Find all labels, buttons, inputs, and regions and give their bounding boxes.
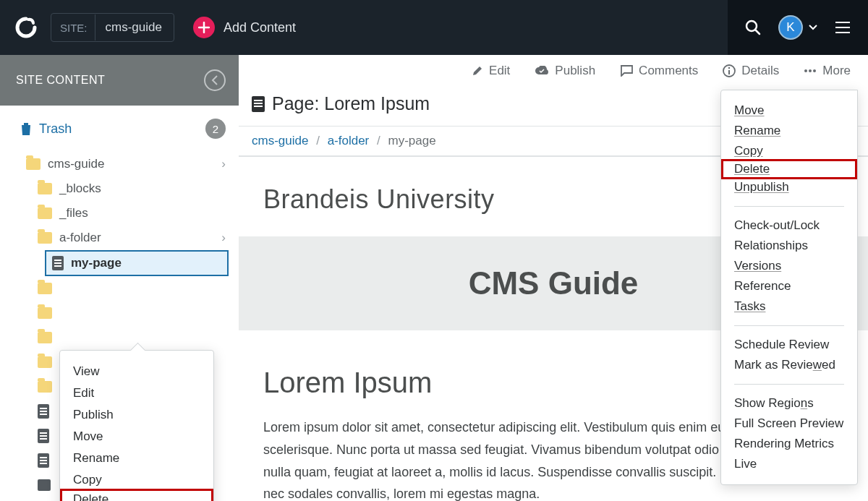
- tree-item-blocks[interactable]: _blocks: [0, 176, 239, 201]
- more-live[interactable]: Live: [721, 454, 857, 474]
- crumb-sep: /: [377, 134, 380, 147]
- context-view[interactable]: View: [60, 361, 213, 382]
- folder-icon: [38, 381, 52, 393]
- trash-label: Trash: [39, 121, 72, 137]
- svg-point-8: [804, 69, 807, 72]
- publish-action[interactable]: Publish: [535, 64, 595, 78]
- trash-icon: [20, 121, 32, 136]
- action-label: Comments: [639, 64, 698, 78]
- folder-icon: [38, 183, 52, 194]
- user-menu[interactable]: K: [778, 15, 817, 40]
- tree-item[interactable]: [0, 301, 239, 325]
- sidebar-title: SITE CONTENT: [16, 74, 105, 87]
- crumb-link[interactable]: cms-guide: [252, 134, 308, 147]
- comment-icon: [620, 65, 633, 77]
- more-fullscreen[interactable]: Full Screen Preview: [721, 414, 857, 434]
- tree-label: _blocks: [59, 181, 101, 196]
- context-copy[interactable]: Copy: [60, 469, 213, 491]
- svg-line-1: [755, 30, 760, 34]
- trash-link[interactable]: Trash 2: [0, 106, 239, 152]
- chevron-right-icon: ›: [221, 157, 226, 171]
- title-text: Lorem Ipsum: [324, 93, 430, 114]
- svg-rect-7: [728, 70, 730, 74]
- tree-label: cms-guide: [48, 157, 104, 171]
- tree-root[interactable]: cms-guide ›: [0, 152, 239, 176]
- more-action[interactable]: More: [804, 64, 851, 78]
- context-edit[interactable]: Edit: [60, 382, 213, 404]
- add-content-button[interactable]: Add Content: [193, 17, 296, 38]
- more-rename[interactable]: Rename: [721, 121, 857, 141]
- site-label: SITE:: [60, 22, 88, 34]
- more-reference[interactable]: Reference: [721, 276, 857, 296]
- tree-label: _files: [59, 206, 88, 220]
- more-metrics[interactable]: Rendering Metrics: [721, 434, 857, 454]
- more-copy[interactable]: Copy: [721, 141, 857, 161]
- tree-label: my-page: [71, 256, 122, 270]
- action-label: Publish: [555, 64, 595, 78]
- edit-action[interactable]: Edit: [472, 64, 510, 78]
- page-icon: [38, 453, 49, 468]
- plus-icon: [193, 17, 215, 38]
- folder-icon: [38, 232, 52, 244]
- crumb-link[interactable]: a-folder: [328, 134, 370, 147]
- sidebar-header: SITE CONTENT: [0, 55, 239, 106]
- svg-point-10: [813, 69, 816, 72]
- pencil-icon: [472, 65, 483, 77]
- more-schedule[interactable]: Schedule Review: [721, 335, 857, 355]
- folder-icon: [38, 207, 52, 219]
- title-prefix: Page:: [272, 93, 324, 114]
- folder-icon: [38, 307, 52, 319]
- topbar-right: K: [728, 0, 868, 55]
- context-delete[interactable]: Delete: [60, 489, 213, 501]
- sidebar: SITE CONTENT Trash 2 cms-guide › _blocks…: [0, 55, 239, 501]
- topbar: SITE: cms-guide Add Content K: [0, 0, 868, 55]
- page-icon: [38, 429, 49, 443]
- folder-icon: [26, 158, 41, 170]
- more-versions[interactable]: Versions: [721, 256, 857, 276]
- tree-item-mypage[interactable]: my-page: [45, 250, 229, 276]
- crumb-current: my-page: [388, 134, 435, 147]
- context-move[interactable]: Move: [60, 426, 213, 448]
- more-checkout[interactable]: Check-out/Lock: [721, 215, 857, 236]
- collapse-sidebar-button[interactable]: [204, 69, 226, 91]
- svg-point-6: [728, 67, 730, 69]
- action-label: Details: [741, 64, 779, 78]
- more-separator: [734, 325, 844, 326]
- more-tasks[interactable]: Tasks: [721, 296, 857, 317]
- add-content-label: Add Content: [224, 20, 296, 35]
- search-icon[interactable]: [745, 20, 761, 35]
- crumb-sep: /: [316, 134, 320, 147]
- more-reviewed[interactable]: Mark as Reviewed: [721, 355, 857, 375]
- cloud-check-icon: [535, 66, 549, 76]
- svg-point-9: [809, 69, 812, 72]
- image-icon: [38, 479, 51, 491]
- more-relationships[interactable]: Relationships: [721, 236, 857, 256]
- context-rename[interactable]: Rename: [60, 448, 213, 469]
- tree-item[interactable]: [0, 276, 239, 301]
- tree-item-files[interactable]: _files: [0, 201, 239, 226]
- folder-icon: [38, 356, 52, 368]
- chevron-right-icon: ›: [221, 231, 226, 245]
- more-dropdown: Move Rename Copy Delete Unpublish Check-…: [720, 90, 858, 485]
- dots-icon: [804, 69, 817, 73]
- site-value: cms-guide: [95, 14, 172, 40]
- tree-item[interactable]: [0, 325, 239, 350]
- avatar: K: [778, 15, 803, 40]
- app-logo-icon[interactable]: [13, 14, 39, 40]
- tree-label: a-folder: [59, 231, 101, 245]
- folder-icon: [38, 283, 52, 294]
- context-publish[interactable]: Publish: [60, 404, 213, 426]
- details-action[interactable]: Details: [723, 64, 779, 78]
- trash-count-badge: 2: [205, 119, 226, 139]
- action-label: Edit: [489, 64, 510, 78]
- more-unpublish[interactable]: Unpublish: [721, 177, 857, 197]
- tree-item-afolder[interactable]: a-folder ›: [0, 226, 239, 250]
- context-menu: View Edit Publish Move Rename Copy Delet…: [59, 350, 214, 501]
- comments-action[interactable]: Comments: [620, 64, 698, 78]
- site-selector[interactable]: SITE: cms-guide: [51, 13, 174, 42]
- more-separator: [734, 206, 844, 207]
- more-delete[interactable]: Delete: [721, 159, 857, 179]
- more-move[interactable]: Move: [721, 100, 857, 121]
- more-regions[interactable]: Show Regions: [721, 393, 857, 414]
- hamburger-icon[interactable]: [835, 21, 851, 34]
